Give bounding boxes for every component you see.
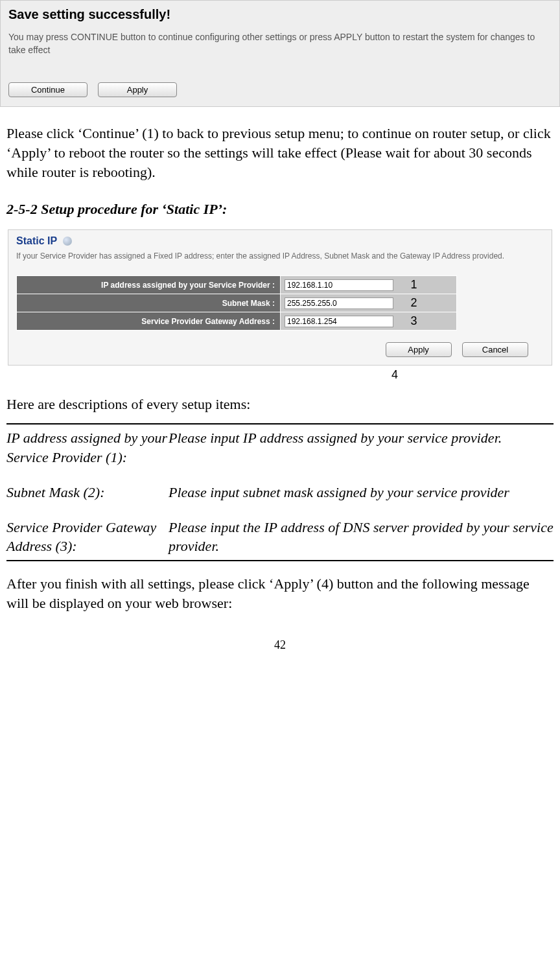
static-ip-cancel-button[interactable]: Cancel [462,342,528,357]
desc-row: IP address assigned by your Service Prov… [6,428,554,482]
static-ip-title: Static IP [16,235,57,247]
desc-def: Please input IP address assigned by your… [169,428,554,482]
config-table: IP address assigned by your Service Prov… [16,275,457,331]
desc-term: IP address assigned by your Service Prov… [6,428,169,482]
annotation-2: 2 [410,296,417,309]
table-row: IP address assigned by your Service Prov… [17,276,457,294]
desc-def: Please input subnet mask assigned by you… [169,483,554,518]
subnet-mask-label: Subnet Mask : [17,294,281,312]
desc-term: Subnet Mask (2): [6,483,169,518]
desc-row: Subnet Mask (2): Please input subnet mas… [6,483,554,518]
annotation-4: 4 [0,368,552,382]
table-row: Subnet Mask : 2 [17,294,457,312]
ip-address-input[interactable] [285,279,393,291]
ip-address-label: IP address assigned by your Service Prov… [17,276,281,294]
desc-row: Service Provider Gateway Address (3): Pl… [6,518,554,557]
description-table: IP address assigned by your Service Prov… [6,423,554,561]
gateway-address-input[interactable] [285,316,393,327]
paragraph-2: After you finish with all settings, plea… [0,561,560,612]
help-icon[interactable] [63,237,72,246]
static-ip-panel: Static IP If your Service Provider has a… [8,229,552,366]
static-ip-apply-button[interactable]: Apply [386,342,452,357]
continue-button[interactable]: Continue [8,82,88,97]
gateway-address-label: Service Provider Gateway Address : [17,312,281,331]
panel-title: Save setting successfully! [8,7,552,22]
panel-subtext: You may press CONTINUE button to continu… [8,31,552,56]
apply-button[interactable]: Apply [98,82,177,97]
annotation-3: 3 [410,314,417,327]
description-intro: Here are descriptions of every setup ite… [0,382,560,423]
paragraph-1: Please click ‘Continue’ (1) to back to p… [0,120,560,181]
subnet-mask-input[interactable] [285,297,393,309]
desc-def: Please input the IP address of DNS serve… [169,518,554,557]
save-success-panel: Save setting successfully! You may press… [0,0,560,107]
desc-term: Service Provider Gateway Address (3): [6,518,169,557]
page-number: 42 [0,638,560,658]
section-heading: 2-5-2 Setup procedure for ‘Static IP’: [0,181,560,229]
table-row: Service Provider Gateway Address : 3 [17,312,457,331]
annotation-1: 1 [410,278,417,291]
static-ip-desc: If your Service Provider has assigned a … [16,251,544,261]
